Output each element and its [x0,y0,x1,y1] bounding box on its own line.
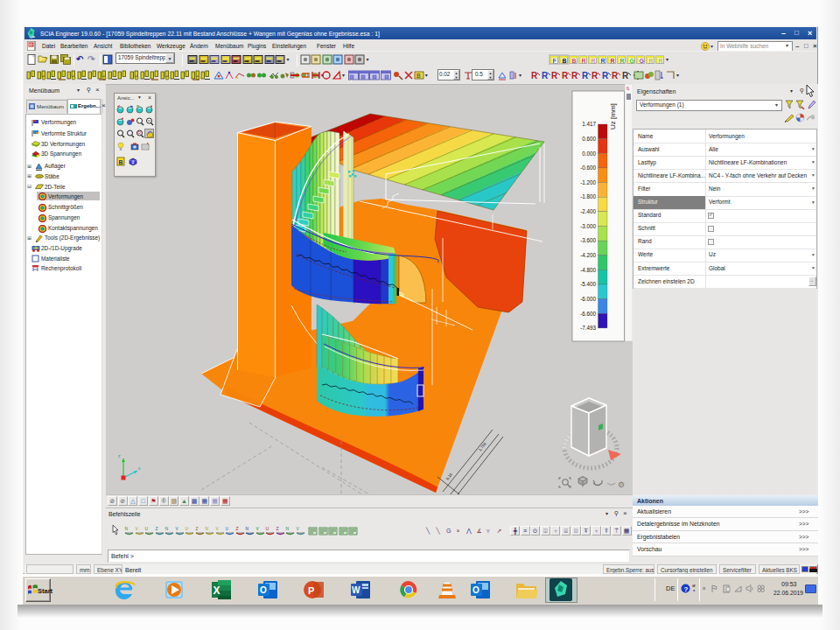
svg-text:-3.000: -3.000 [580,223,596,229]
svg-text:R: R [592,71,598,80]
svg-text:Z: Z [276,526,278,531]
svg-text:F: F [553,58,557,64]
svg-text:V: V [215,526,219,531]
svg-text:R: R [592,58,596,64]
svg-text:-5.400: -5.400 [580,281,596,287]
svg-text:-4.800: -4.800 [580,267,596,273]
svg-text:Z: Z [235,526,238,531]
svg-text:N: N [286,526,290,531]
svg-text:W: W [352,585,360,595]
svg-text:U: U [266,526,270,531]
svg-text:V: V [175,526,178,531]
svg-text:0.000: 0.000 [582,150,596,157]
svg-text:V: V [256,526,259,531]
svg-text:-1.200: -1.200 [580,179,596,186]
svg-text:?: ? [684,585,689,593]
svg-text:-4.200: -4.200 [580,252,596,258]
svg-text:V: V [135,526,138,531]
svg-text:O: O [472,585,480,595]
svg-text:3: 3 [132,159,135,164]
svg-text:R: R [582,58,586,64]
svg-text:N: N [165,526,169,531]
svg-text:O: O [260,585,267,595]
svg-text:R: R [571,71,578,80]
svg-text:G: G [630,58,635,64]
svg-text:1.417: 1.417 [582,121,596,127]
svg-text:B: B [416,73,421,79]
svg-text:-6.600: -6.600 [580,311,596,317]
svg-text:-0.600: -0.600 [580,164,596,171]
svg-text:P: P [308,585,314,596]
svg-text:-7.493: -7.493 [580,325,596,331]
svg-text:U: U [145,526,149,531]
svg-text:B: B [119,159,123,165]
svg-text:-6.000: -6.000 [580,296,596,302]
svg-text:Z: Z [155,526,158,531]
svg-text:N: N [125,526,129,531]
svg-text:R: R [612,71,619,80]
svg-text:U: U [226,526,229,531]
svg-text:B: B [563,58,567,64]
svg-text:⇅: ⇅ [626,86,630,91]
svg-text:R: R [601,58,606,64]
svg-text:-1.800: -1.800 [580,193,596,200]
svg-text:-3.600: -3.600 [580,237,596,243]
svg-text:Uz [mm]: Uz [mm] [609,103,617,130]
svg-text:R: R [138,130,142,136]
svg-text:⚙: ⚙ [618,480,625,489]
svg-text:R: R [659,58,663,64]
svg-text:0.600: 0.600 [582,136,596,142]
svg-text:R: R [620,58,625,64]
svg-text:R: R [602,71,609,80]
svg-text:R: R [531,71,538,80]
svg-text:-2.400: -2.400 [580,208,596,214]
svg-text:G: G [640,58,645,64]
svg-text:N: N [206,526,209,531]
svg-text:N: N [246,526,249,531]
svg-text:X: X [214,584,220,597]
svg-text:R: R [611,58,615,64]
svg-text:V: V [296,526,299,531]
svg-text:R: R [649,58,654,64]
svg-text:U: U [186,526,189,531]
svg-text:Z: Z [195,526,198,531]
svg-text:R: R [542,71,549,80]
svg-text:R: R [551,71,558,80]
svg-text:R: R [582,71,589,80]
svg-text:R: R [562,71,569,80]
svg-text:R: R [622,71,629,80]
svg-text:B: B [572,58,577,64]
